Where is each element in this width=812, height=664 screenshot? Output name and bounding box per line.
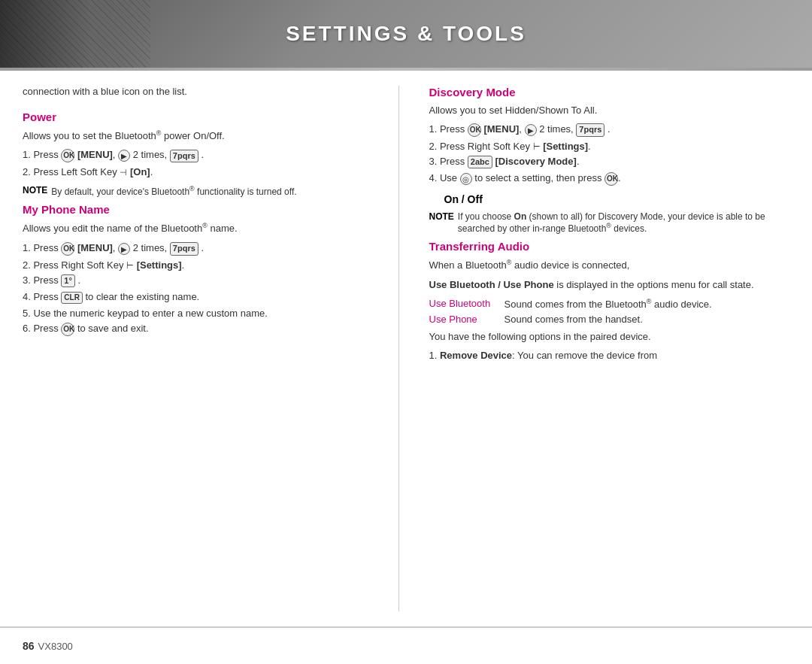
power-desc: Allows you to set the Bluetooth® power O… xyxy=(23,129,383,141)
mpn-step-6: 6. Press OK to save and exit. xyxy=(23,323,383,336)
dm-step-4: 4. Use ◎ to select a setting, then press… xyxy=(429,172,790,186)
model-number: VX8300 xyxy=(38,641,73,652)
use-phone-row: Use Phone Sound comes from the handset. xyxy=(429,314,790,325)
section-my-phone-name: My Phone Name Allows you edit the name o… xyxy=(23,203,383,335)
nav-arrow-2: ▶ xyxy=(118,243,130,255)
key-2abc: 2abc xyxy=(468,156,492,168)
note-label-dm: NOTE xyxy=(429,211,454,222)
discovery-mode-heading: Discovery Mode xyxy=(429,86,790,99)
discovery-note: NOTE If you choose On (shown to all) for… xyxy=(429,211,790,234)
clr-key: CLR xyxy=(61,292,83,304)
section-power: Power Allows you to set the Bluetooth® p… xyxy=(23,111,383,197)
key-1: 1° xyxy=(61,274,75,287)
nav-arrow-dm: ▶ xyxy=(525,124,537,136)
mpn-step-3: 3. Press 1° . xyxy=(23,274,383,287)
note-label: NOTE xyxy=(23,185,47,196)
power-note-text: By default, your device's Bluetooth® fun… xyxy=(51,185,296,197)
discovery-note-text: If you choose On (shown to all) for Disc… xyxy=(458,211,789,234)
discovery-mode-steps: 1. Press OK [MENU], ▶ 2 times, 7pqrs . 2… xyxy=(429,123,790,186)
ok-icon-dm4: OK xyxy=(604,172,618,186)
right-soft-key-2: ⊢ xyxy=(126,261,134,271)
ta-desc1: When a Bluetooth® audio device is connec… xyxy=(429,259,790,271)
page-number: 86 xyxy=(23,640,35,652)
left-column: connection with a blue icon on the list.… xyxy=(23,86,399,611)
key-7pqrs-dm: 7pqrs xyxy=(576,123,604,136)
ok-icon-3: OK xyxy=(61,323,74,336)
ta-desc2: Use Bluetooth / Use Phone is displayed i… xyxy=(429,279,790,290)
dm-step-3: 3. Press 2abc [Discovery Mode]. xyxy=(429,156,790,168)
power-step-1: 1. Press OK [MENU], ▶ 2 times, 7pqrs . xyxy=(23,149,383,162)
page-title: SETTINGS & TOOLS xyxy=(0,22,812,46)
ok-icon: OK xyxy=(61,149,74,162)
transferring-audio-heading: Transferring Audio xyxy=(429,240,790,253)
mpn-step-4: 4. Press CLR to clear the existing name. xyxy=(23,291,383,304)
use-phone-desc: Sound comes from the handset. xyxy=(504,314,790,325)
dm-step-2: 2. Press Right Soft Key ⊢ [Settings]. xyxy=(429,141,790,152)
key-7pqrs: 7pqrs xyxy=(170,150,198,162)
left-soft-key: ⊣ xyxy=(120,168,127,177)
key-7pqrs-2: 7pqrs xyxy=(170,242,198,255)
power-note: NOTE By default, your device's Bluetooth… xyxy=(23,185,383,197)
right-soft-key-dm: ⊢ xyxy=(533,142,541,152)
page-footer: 86 VX8300 xyxy=(0,626,812,664)
use-bluetooth-label: Use Bluetooth xyxy=(429,298,504,309)
power-steps: 1. Press OK [MENU], ▶ 2 times, 7pqrs . 2… xyxy=(23,149,383,177)
section-discovery-mode: Discovery Mode Allows you to set Hidden/… xyxy=(429,86,790,234)
mpn-step-5: 5. Use the numeric keypad to enter a new… xyxy=(23,308,383,319)
paired-note: You have the following options in the pa… xyxy=(429,331,790,342)
ok-icon-dm1: OK xyxy=(468,123,481,137)
mpn-step-1: 1. Press OK [MENU], ▶ 2 times, 7pqrs . xyxy=(23,242,383,256)
power-heading: Power xyxy=(23,111,383,123)
nav-arrow: ▶ xyxy=(118,150,130,162)
use-bluetooth-row: Use Bluetooth Sound comes from the Bluet… xyxy=(429,298,790,310)
use-bluetooth-desc: Sound comes from the Bluetooth® audio de… xyxy=(504,298,790,310)
main-content: connection with a blue icon on the list.… xyxy=(0,71,812,626)
nav-circle: ◎ xyxy=(460,173,472,185)
section-transferring-audio: Transferring Audio When a Bluetooth® aud… xyxy=(429,240,790,361)
my-phone-name-heading: My Phone Name xyxy=(23,203,383,216)
remove-note: 1. Remove Device: You can remove the dev… xyxy=(429,350,790,361)
page-header: SETTINGS & TOOLS xyxy=(0,0,812,68)
ok-icon-2: OK xyxy=(61,242,74,256)
on-off-text: On / Off xyxy=(444,193,790,205)
right-column: Discovery Mode Allows you to set Hidden/… xyxy=(429,86,790,611)
power-step-2: 2. Press Left Soft Key ⊣ [On]. xyxy=(23,166,383,177)
use-phone-label: Use Phone xyxy=(429,314,504,325)
my-phone-name-steps: 1. Press OK [MENU], ▶ 2 times, 7pqrs . 2… xyxy=(23,242,383,336)
mpn-step-2: 2. Press Right Soft Key ⊢ [Settings]. xyxy=(23,259,383,271)
discovery-mode-desc: Allows you to set Hidden/Shown To All. xyxy=(429,105,790,116)
dm-step-1: 1. Press OK [MENU], ▶ 2 times, 7pqrs . xyxy=(429,123,790,137)
intro-text: connection with a blue icon on the list. xyxy=(23,86,383,97)
my-phone-name-desc: Allows you edit the name of the Bluetoot… xyxy=(23,222,383,234)
